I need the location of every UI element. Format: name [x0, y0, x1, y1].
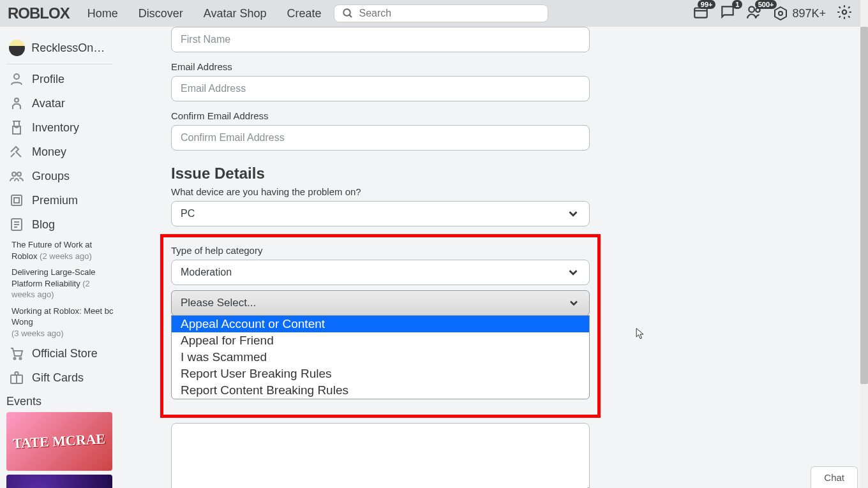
- category-select[interactable]: Moderation: [171, 260, 590, 285]
- svg-point-10: [12, 172, 16, 176]
- search-box[interactable]: [334, 4, 548, 22]
- blog-post-link[interactable]: Delivering Large-Scale Platform Reliabil…: [6, 264, 119, 303]
- svg-point-18: [14, 358, 16, 360]
- avatar-icon: [9, 96, 24, 111]
- sidebar-item-profile[interactable]: Profile: [6, 67, 119, 91]
- gear-icon: [836, 4, 853, 20]
- sidebar-label: Official Store: [32, 347, 98, 360]
- sidebar-item-blog[interactable]: Blog: [6, 212, 119, 237]
- blog-icon: [9, 217, 24, 232]
- subcategory-dropdown: Please Select... Appeal Account or Conte…: [171, 290, 590, 399]
- logo[interactable]: ROBLOX: [8, 4, 70, 22]
- events-header: Events: [6, 390, 119, 412]
- svg-rect-2: [695, 8, 708, 18]
- sidebar-item-official-store[interactable]: Official Store: [6, 341, 119, 366]
- main-content: Email Address Confirm Email Address Issu…: [119, 27, 860, 488]
- svg-point-6: [779, 11, 782, 15]
- friends-badge: 500+: [755, 0, 777, 9]
- username: RecklessOnY…: [31, 41, 110, 55]
- blog-post-link[interactable]: Working at Roblox: Meet bc Wong(3 weeks …: [6, 303, 119, 342]
- sidebar-item-inventory[interactable]: Inventory: [6, 115, 119, 140]
- sidebar-item-avatar[interactable]: Avatar: [6, 91, 119, 115]
- sidebar-label: Premium: [32, 194, 78, 207]
- settings-button[interactable]: [836, 4, 853, 23]
- profile-icon: [9, 71, 24, 87]
- sidebar-item-premium[interactable]: Premium: [6, 188, 119, 212]
- robux-icon: [773, 6, 788, 21]
- robux-balance[interactable]: 897K+: [773, 6, 826, 21]
- money-icon: [9, 144, 24, 159]
- svg-marker-5: [775, 7, 786, 20]
- chevron-down-icon: [566, 265, 580, 279]
- device-value: PC: [181, 208, 195, 219]
- groups-icon: [9, 168, 24, 184]
- svg-point-11: [17, 172, 21, 176]
- mouse-cursor: [636, 328, 645, 341]
- nav-home[interactable]: Home: [87, 7, 118, 20]
- store-icon: [9, 346, 24, 361]
- messages-badge: 1: [732, 0, 742, 9]
- sidebar-label: Profile: [32, 73, 64, 86]
- support-form: Email Address Confirm Email Address Issu…: [151, 27, 610, 488]
- sidebar-label: Blog: [32, 218, 55, 232]
- event-tile[interactable]: SAMSUNG SUPERSTAR Galaxy: [6, 475, 112, 488]
- email-label: Email Address: [171, 61, 590, 72]
- main-nav: Home Discover Avatar Shop Create: [87, 7, 322, 20]
- sidebar-item-groups[interactable]: Groups: [6, 164, 119, 188]
- svg-point-19: [20, 358, 22, 360]
- category-value: Moderation: [181, 267, 232, 278]
- avatar: [9, 40, 25, 56]
- svg-line-1: [350, 15, 352, 17]
- svg-point-8: [14, 74, 19, 79]
- search-input[interactable]: [359, 8, 540, 19]
- sidebar-label: Groups: [32, 170, 70, 183]
- subcategory-option-scammed[interactable]: I was Scammed: [172, 349, 589, 366]
- robux-amount: 897K+: [792, 7, 826, 20]
- chevron-down-icon: [566, 207, 580, 221]
- subcategory-option-appeal-account[interactable]: Appeal Account or Content: [172, 316, 589, 332]
- gift-icon: [9, 370, 24, 385]
- inventory-icon: [9, 120, 24, 135]
- subcategory-option-report-user[interactable]: Report User Breaking Rules: [172, 366, 589, 382]
- subcategory-options-list: Appeal Account or Content Appeal for Fri…: [171, 315, 590, 399]
- confirm-email-label: Confirm Email Address: [171, 110, 590, 121]
- friends-button[interactable]: 500+: [746, 4, 763, 23]
- category-label: Type of help category: [171, 245, 590, 256]
- chevron-down-icon: [567, 297, 580, 309]
- svg-rect-13: [14, 198, 19, 203]
- top-header: ROBLOX Home Discover Avatar Shop Create …: [0, 0, 860, 27]
- page-scrollbar[interactable]: [860, 0, 868, 488]
- subcategory-option-report-content[interactable]: Report Content Breaking Rules: [172, 382, 589, 399]
- notifications-button[interactable]: 99+: [692, 4, 709, 23]
- search-icon: [342, 8, 354, 19]
- messages-button[interactable]: 1: [719, 4, 736, 23]
- subcategory-select[interactable]: Please Select...: [171, 290, 590, 316]
- subcategory-placeholder: Please Select...: [181, 297, 256, 309]
- svg-point-0: [344, 9, 351, 16]
- highlighted-category-section: Type of help category Moderation Please …: [160, 234, 601, 418]
- blog-post-link[interactable]: The Future of Work at Roblox (2 weeks ag…: [6, 237, 119, 264]
- sidebar-item-money[interactable]: Money: [6, 140, 119, 164]
- description-textarea[interactable]: [171, 423, 590, 488]
- event-tile[interactable]: TATE MCRAE: [6, 412, 112, 471]
- issue-details-heading: Issue Details: [171, 165, 590, 182]
- sidebar-user[interactable]: RecklessOnY…: [6, 33, 112, 64]
- chat-button[interactable]: Chat: [811, 466, 858, 488]
- svg-rect-12: [11, 195, 22, 205]
- sidebar-label: Gift Cards: [32, 371, 84, 385]
- premium-icon: [9, 193, 24, 208]
- sidebar-item-gift-cards[interactable]: Gift Cards: [6, 366, 119, 390]
- header-right: 99+ 1 500+ 897K+: [692, 4, 853, 23]
- nav-avatar-shop[interactable]: Avatar Shop: [204, 7, 267, 20]
- email-field[interactable]: [171, 76, 590, 101]
- nav-discover[interactable]: Discover: [138, 7, 183, 20]
- svg-point-3: [749, 6, 755, 12]
- subcategory-option-appeal-friend[interactable]: Appeal for Friend: [172, 332, 589, 349]
- first-name-field[interactable]: [171, 27, 590, 52]
- sidebar-label: Money: [32, 145, 66, 159]
- confirm-email-field[interactable]: [171, 125, 590, 151]
- device-select[interactable]: PC: [171, 201, 590, 226]
- svg-point-7: [842, 10, 847, 15]
- scroll-thumb[interactable]: [860, 27, 868, 384]
- nav-create[interactable]: Create: [287, 7, 321, 20]
